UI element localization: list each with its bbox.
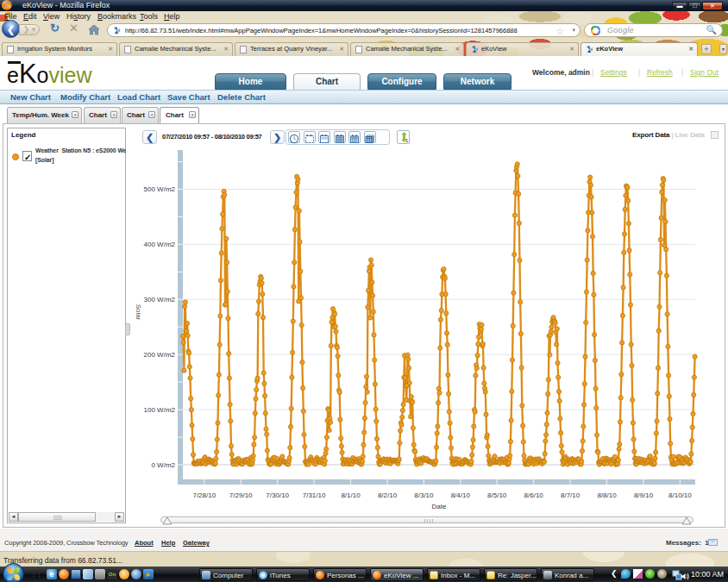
svg-text:8/2/10: 8/2/10 xyxy=(378,491,398,499)
svg-text:8/7/10: 8/7/10 xyxy=(561,491,581,499)
svg-text:500 W/m2: 500 W/m2 xyxy=(144,185,176,193)
svg-text:Date: Date xyxy=(432,503,447,510)
svg-text:8/6/10: 8/6/10 xyxy=(524,491,544,499)
svg-text:200 W/m2: 200 W/m2 xyxy=(144,351,176,359)
svg-text:7/30/10: 7/30/10 xyxy=(266,491,289,499)
svg-text:8/4/10: 8/4/10 xyxy=(451,491,471,499)
svg-text:8/1/10: 8/1/10 xyxy=(341,491,361,499)
svg-text:8/5/10: 8/5/10 xyxy=(487,491,507,499)
svg-text:8/10/10: 8/10/10 xyxy=(668,491,692,499)
svg-text:0 W/m2: 0 W/m2 xyxy=(151,461,175,469)
svg-text:Solar: Solar xyxy=(135,304,142,321)
svg-text:7/31/10: 7/31/10 xyxy=(303,491,326,499)
svg-text:100 W/m2: 100 W/m2 xyxy=(144,406,176,414)
svg-text:300 W/m2: 300 W/m2 xyxy=(144,296,176,304)
svg-text:7/29/10: 7/29/10 xyxy=(229,491,253,499)
svg-text:7/28/10: 7/28/10 xyxy=(192,491,216,499)
svg-text:8/9/10: 8/9/10 xyxy=(634,491,654,499)
svg-text:400 W/m2: 400 W/m2 xyxy=(144,241,176,248)
svg-text:8/3/10: 8/3/10 xyxy=(414,491,434,499)
svg-text:8/8/10: 8/8/10 xyxy=(597,491,617,499)
